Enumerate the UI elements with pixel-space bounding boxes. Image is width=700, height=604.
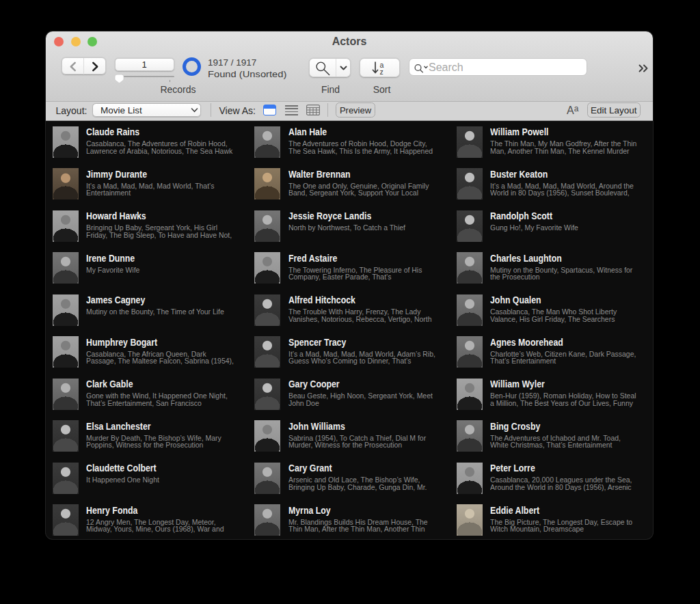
svg-text:z: z (380, 68, 383, 75)
